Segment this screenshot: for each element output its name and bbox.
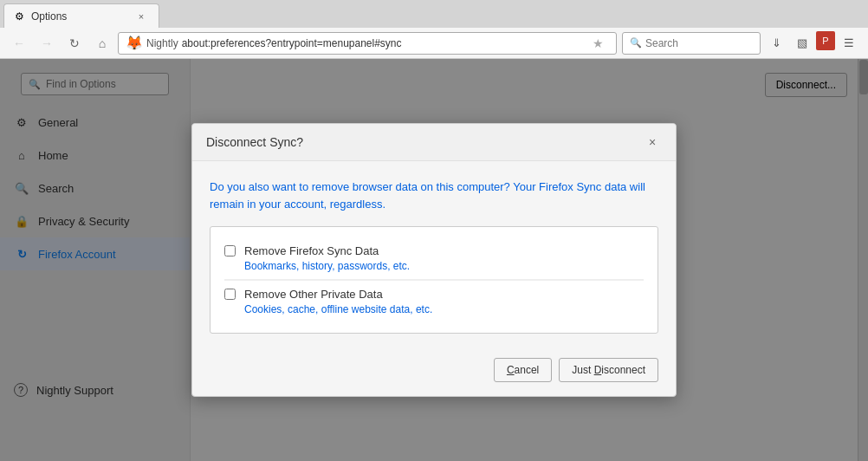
options-tab[interactable]: ⚙ Options ×	[3, 3, 159, 28]
remove-private-data-option: Remove Other Private Data Cookies, cache…	[224, 280, 644, 322]
menu-icon[interactable]: ☰	[837, 31, 861, 55]
isconnect-label: isconnect	[601, 364, 645, 376]
remove-sync-data-title: Remove Firefox Sync Data	[244, 244, 410, 257]
tab-title: Options	[31, 10, 127, 23]
tab-bar: ⚙ Options ×	[0, 0, 868, 28]
modal-body: Do you also want to remove browser data …	[192, 161, 676, 347]
bookmark-star-icon[interactable]: ★	[587, 36, 609, 50]
remove-sync-data-desc: Bookmarks, history, passwords, etc.	[244, 260, 410, 272]
url-input[interactable]	[182, 37, 587, 49]
remove-private-data-text: Remove Other Private Data Cookies, cache…	[244, 288, 432, 315]
modal-footer: Cancel Just Disconnect	[192, 347, 676, 396]
downloads-icon[interactable]: ⇓	[764, 31, 788, 55]
remove-sync-data-option: Remove Firefox Sync Data Bookmarks, hist…	[224, 237, 644, 280]
toolbar-icons: ⇓ ▧ P ☰	[764, 31, 861, 55]
forward-button[interactable]: →	[35, 31, 59, 55]
just-label: Just	[572, 364, 593, 376]
remove-private-data-desc: Cookies, cache, offline website data, et…	[244, 303, 432, 315]
modal-header: Disconnect Sync? ×	[192, 124, 676, 161]
pocket-icon[interactable]: P	[816, 31, 835, 50]
disconnect-sync-modal: Disconnect Sync? × Do you also want to r…	[191, 123, 677, 397]
remove-private-data-title: Remove Other Private Data	[244, 288, 432, 301]
search-magnifier-icon: 🔍	[630, 37, 642, 49]
tab-close-button[interactable]: ×	[134, 10, 148, 23]
modal-description: Do you also want to remove browser data …	[210, 179, 658, 212]
back-button[interactable]: ←	[7, 31, 31, 55]
nav-bar: ← → ↻ ⌂ 🦊 Nightly ★ 🔍 ⇓ ▧ P ☰	[0, 28, 868, 59]
cancel-underline-label: C	[507, 364, 515, 376]
remove-sync-data-checkbox[interactable]	[224, 245, 236, 256]
url-bar[interactable]: 🦊 Nightly ★	[118, 32, 617, 55]
firefox-icon: 🦊	[126, 35, 143, 51]
browser-search-input[interactable]	[645, 37, 753, 49]
remove-sync-data-text: Remove Firefox Sync Data Bookmarks, hist…	[244, 244, 410, 272]
reload-button[interactable]: ↻	[62, 31, 87, 55]
main-content: 🔍 ⚙ General ⌂ Home 🔍 Search 🔒 Privacy & …	[0, 59, 868, 461]
url-bar-container: 🦊 Nightly ★ 🔍	[118, 32, 761, 55]
just-disconnect-button[interactable]: Just Disconnect	[559, 358, 658, 382]
sidebar-toggle-icon[interactable]: ▧	[790, 31, 814, 55]
cancel-rest-label: ancel	[515, 364, 540, 376]
remove-private-data-checkbox[interactable]	[224, 289, 236, 300]
disconnect-underline-label: D	[594, 364, 602, 376]
home-button[interactable]: ⌂	[90, 31, 114, 55]
tab-favicon: ⚙	[15, 10, 24, 23]
browser-window: ⚙ Options × ← → ↻ ⌂ 🦊 Nightly ★ 🔍 ⇓ ▧ P	[0, 0, 868, 461]
browser-search-bar[interactable]: 🔍	[622, 32, 761, 55]
cancel-button[interactable]: Cancel	[494, 358, 552, 382]
modal-options-panel: Remove Firefox Sync Data Bookmarks, hist…	[210, 226, 658, 334]
browser-name-label: Nightly	[146, 37, 178, 49]
modal-title: Disconnect Sync?	[206, 135, 303, 149]
modal-close-button[interactable]: ×	[643, 133, 662, 152]
